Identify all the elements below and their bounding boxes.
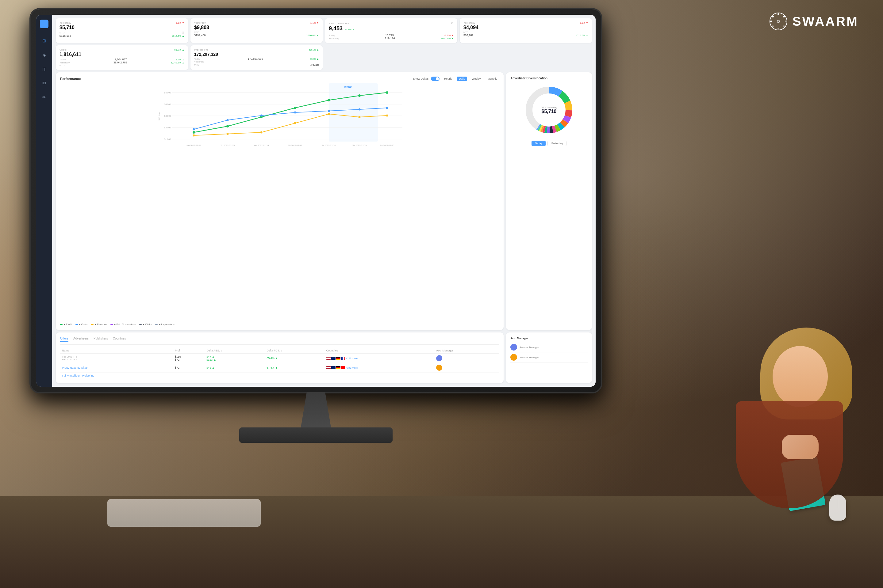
svg-point-4 [783,26,785,27]
gp-stat-card: Yesterday -1.1% ▼ $5,710 MTD ⚙ [56,18,188,43]
svg-text:Tu 2022-02-15: Tu 2022-02-15 [221,144,235,147]
period-daily[interactable]: Daily [457,76,467,81]
chart-header: Performance Show Deltas Hourly Daily Wee… [60,76,499,81]
gp-settings-icon[interactable]: ⚙ [182,31,184,34]
svg-point-33 [294,106,296,109]
row3-name[interactable]: Fairly Intelligent Wolverine [62,374,94,377]
donut-yesterday-btn[interactable]: Yesterday [548,141,567,146]
period-monthly[interactable]: Monthly [485,76,499,81]
tab-advertisers[interactable]: Advertisers [73,337,89,342]
costs-value: $4,094 [463,25,588,30]
offers-table: Name Profit Delta ABS. ↕ Delta PCT. ↕ Co… [60,348,499,379]
impressions-mtd-value: 3.621B [310,63,319,66]
row2-profit: $72 [175,366,203,369]
svg-point-47 [294,122,296,124]
manager-avatar-2 [436,364,442,371]
sidebar-item-offers[interactable]: ◈ [40,51,48,59]
flag-ca-2 [341,366,345,369]
costs-mtd-value: $83,287 [463,34,474,37]
paid-conv-label: Paid Conversions [329,22,350,25]
donut-center-label: GP / Yesterday [541,106,557,109]
gp-mtd-label: MTD [60,31,65,34]
col-name: Name [60,348,173,354]
costs-yesterday-label: Yesterday [463,21,475,24]
row1-date2: Feb 21 DTH ↕ [62,358,171,361]
svg-point-1 [778,13,779,15]
monitor-container: ⊞ ◈ ◫ ✉ ✏ Yesterday [31,9,614,438]
donut-center-value: $5,710 [541,109,557,114]
table-row: Pretty Naughty Okapi $72 $41 ▲ [60,363,499,373]
keyboard: // will render via JS below [107,499,261,527]
paid-conv-today-delta: -1.1%▼ [444,34,454,37]
person-figure [705,327,859,527]
brand-logo-area: SWAARM [769,12,859,31]
svg-point-49 [358,116,361,118]
mgr2-info: Account Manager [520,356,539,359]
paid-conv-today-value: 10,773 [385,34,394,37]
middle-row: Performance Show Deltas Hourly Daily Wee… [56,72,592,330]
impressions-main-delta: 52.1%▲ [309,48,319,51]
mgr1-info: Account Manager [520,346,539,349]
revenue-yesterday-value: $9,803 [194,25,319,30]
donut-today-btn[interactable]: Today [531,141,546,146]
sidebar-item-reports[interactable]: ◫ [40,65,48,73]
tab-publishers[interactable]: Publishers [93,337,108,342]
paid-conv-settings-icon[interactable]: ⚙ [451,21,454,25]
svg-point-37 [193,128,195,130]
legend-profit: ● Profit [60,323,72,326]
period-hourly[interactable]: Hourly [442,76,454,81]
sidebar-item-dashboard[interactable]: ⊞ [40,37,48,45]
svg-point-34 [328,99,330,101]
performance-chart-card: Performance Show Deltas Hourly Daily Wee… [56,72,504,330]
mgr2-avatar [510,354,517,361]
row2-name[interactable]: Pretty Naughty Okapi [62,366,88,369]
svg-text:$3,000: $3,000 [164,115,171,117]
clicks-today-label: Today [60,58,66,61]
svg-point-43 [386,107,388,109]
sidebar-item-messages[interactable]: ✉ [40,79,48,87]
legend-revenue: ● Revenue [91,323,107,326]
tab-countries[interactable]: Countries [113,337,126,342]
gp-yesterday-delta: -1.1% ▼ [175,21,184,24]
costs-impressions-card: Yesterday -1.1%▼ $4,094 MTD $83,287 [460,18,592,43]
chart-controls: Show Deltas Hourly Daily Weekly Monthly [413,76,499,81]
svg-point-42 [358,108,361,111]
row1-delta-pct1: 65.4% ▲ [266,357,278,360]
legend-clicks-dot [139,324,142,325]
gp-yesterday-value: $5,710 [60,25,184,30]
row1-flags: +122 more [326,357,433,360]
donut-title: Advertiser Diversification [510,76,548,80]
svg-text:Su 2022-02-20: Su 2022-02-20 [380,144,394,147]
sidebar-item-edit[interactable]: ✏ [40,93,48,101]
paid-conv-yesterday-label: Yesterday [329,37,339,40]
show-deltas-toggle[interactable] [431,76,439,81]
legend-impressions-label: ● Impressions [159,323,174,326]
costs-delta: -1.1%▼ [579,21,588,24]
costs-mtd-label: MTD [463,31,468,34]
row1-profit1: $119 [175,355,203,358]
more-countries-1[interactable]: +122 more [346,357,358,360]
svg-text:$4,000: $4,000 [164,103,171,105]
impressions-stat-card: Impressions 52.1%▲ 172,297,328 Today 170… [191,45,323,70]
svg-point-50 [386,115,388,117]
revenue-mtd-label: MTD [194,31,199,34]
clicks-mtd-label: MTD [60,64,65,67]
paid-conv-yesterday-delta: 1016.6%▲ [441,37,454,40]
more-countries-2[interactable]: +242 more [346,366,358,369]
tab-offers[interactable]: Offers [60,337,68,342]
period-weekly[interactable]: Weekly [469,76,483,81]
mgr1-role: Account Manager [520,346,539,349]
legend-costs-dot [75,324,78,325]
main-content: Yesterday -1.1% ▼ $5,710 MTD ⚙ [52,15,596,387]
row1-delta-abs2: $113 ▲ [206,358,216,361]
svg-point-38 [227,119,229,122]
donut-buttons: Today Yesterday [531,141,567,146]
legend-profit-dot [60,324,63,325]
impressions-today-value: 170,861,536 [248,57,263,60]
legend-revenue-label: ● Revenue [95,323,107,326]
svg-text:Th 2022-02-17: Th 2022-02-17 [288,144,302,147]
legend-costs-label: ● Costs [79,323,88,326]
svg-point-30 [193,131,195,134]
clicks-main-value: 1,816,611 [60,52,184,57]
monitor-stand-neck [301,392,331,429]
